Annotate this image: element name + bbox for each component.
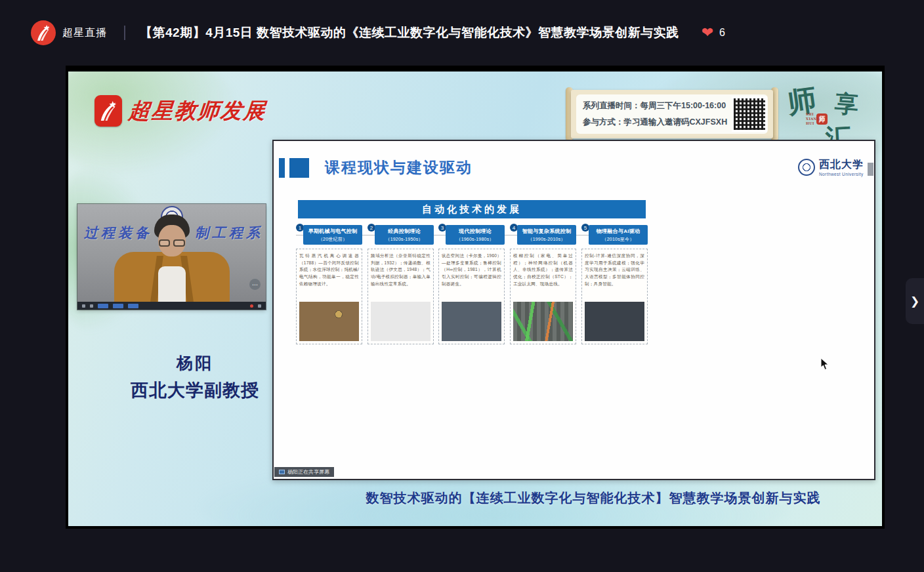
schedule-text: 系列直播时间：每周三下午15:00-16:00 参与方式：学习通输入邀请码CXJ… bbox=[583, 98, 727, 131]
schedule-line1: 系列直播时间：每周三下午15:00-16:00 bbox=[583, 98, 727, 114]
like-count: 6 bbox=[719, 27, 725, 39]
topbar: 超星直播 【第42期】4月15日 数智技术驱动的《连续工业数字化与智能化技术》智… bbox=[0, 0, 924, 66]
like-heart-icon[interactable]: ❤ bbox=[702, 26, 713, 40]
column-body: 状态空间法（卡尔曼，1960）—处理多变量系统；鲁棒控制（H∞控制，1981），… bbox=[438, 249, 505, 344]
teacher-development-logo: 超星教师发展 bbox=[94, 95, 266, 127]
column-text: 状态空间法（卡尔曼，1960）—处理多变量系统；鲁棒控制（H∞控制，1981），… bbox=[439, 249, 504, 287]
scroll-body: 系列直播时间：每周三下午15:00-16:00 参与方式：学习通输入邀请码CXJ… bbox=[571, 90, 773, 138]
column-header: 智能与复杂系统控制 （1990s-2010s） bbox=[517, 225, 576, 245]
section-banner: 自动化技术的发展 bbox=[298, 200, 646, 218]
screen-share-icon bbox=[279, 470, 285, 474]
slide-header: 课程现状与建设驱动 bbox=[279, 157, 472, 178]
scroll-inner: 系列直播时间：每周三下午15:00-16:00 参与方式：学习通输入邀请码CXJ… bbox=[576, 94, 768, 134]
column-text: 瓦特蒸汽机离心调速器（1788）—首个闭环反馈控制系统；水位浮球控制；纯机械/电… bbox=[297, 249, 362, 287]
column-title: 智能与复杂系统控制 bbox=[517, 228, 576, 235]
seal-romanization: SHI XIANG HUI bbox=[806, 112, 816, 126]
industrial-network-cabinet-photo bbox=[513, 302, 573, 341]
screen-sharing-badge: 杨阳正在共享屏幕 bbox=[274, 467, 334, 477]
wall-calligraphy-right: 制工程系 bbox=[195, 224, 263, 242]
header-bar-decor bbox=[279, 158, 285, 178]
column-period: （20世纪前） bbox=[303, 236, 362, 243]
presenter-tshirt bbox=[158, 266, 186, 302]
chaoxing-star-icon bbox=[94, 95, 122, 127]
qr-code bbox=[734, 98, 765, 130]
chevron-right-icon: ❯ bbox=[910, 295, 919, 308]
live-title: 【第42期】4月15日 数智技术驱动的《连续工业数字化与智能化技术》智慧教学场景… bbox=[140, 24, 679, 41]
steam-engine-governor-photo bbox=[299, 302, 359, 341]
comet-swoosh-icon bbox=[98, 100, 118, 122]
presenter-name: 杨阳 bbox=[87, 352, 303, 374]
brand-name: 超星直播 bbox=[62, 26, 107, 40]
mouse-cursor bbox=[820, 358, 830, 371]
timeline-column: 4 智能与复杂系统控制 （1990s-2010s） 模糊控制（家电、简单过程）；… bbox=[510, 224, 576, 344]
wall-calligraphy-left: 过程装备 bbox=[84, 224, 152, 242]
shared-screen-slide: 课程现状与建设驱动 西北大学 Northwest University 自动化技… bbox=[272, 140, 875, 480]
column-body: 瓦特蒸汽机离心调速器（1788）—首个闭环反馈控制系统；水位浮球控制；纯机械/电… bbox=[296, 249, 362, 344]
toolbar-dot-icon bbox=[82, 304, 85, 308]
column-body: 频域分析法（奈奎斯特稳定性判据，1932）；传递函数、根轨迹法（伊文思，1948… bbox=[368, 249, 434, 344]
screen-sharing-label: 杨阳正在共享屏幕 bbox=[287, 468, 329, 476]
teacher-development-wordmark: 超星教师发展 bbox=[127, 96, 268, 126]
divider bbox=[124, 26, 125, 40]
column-header: 经典控制理论 （1920s-1950s） bbox=[375, 225, 434, 245]
presenter-caption: 杨阳 西北大学副教授 bbox=[87, 352, 303, 402]
chaoxing-logo-icon[interactable] bbox=[31, 20, 56, 45]
presenter-webcam: 过程装备 制工程系 ⋯ bbox=[77, 204, 266, 310]
plc-controller-photo bbox=[442, 302, 501, 341]
timeline-column: 2 经典控制理论 （1920s-1950s） 频域分析法（奈奎斯特稳定性判据，1… bbox=[368, 224, 434, 344]
presenter-title: 西北大学副教授 bbox=[87, 378, 303, 402]
university-seal-icon bbox=[798, 159, 815, 176]
column-header: 现代控制理论 （1960s-1980s） bbox=[446, 225, 505, 245]
aircraft-control-diagram-photo bbox=[371, 302, 430, 341]
video-stage: 超星教师发展 系列直播时间：每周三下午15:00-16:00 参与方式：学习通输… bbox=[68, 72, 882, 526]
chat-panel-expand-button[interactable]: ❯ bbox=[906, 278, 924, 324]
video-player: 超星教师发展 系列直播时间：每周三下午15:00-16:00 参与方式：学习通输… bbox=[66, 66, 885, 529]
webcam-more-icon: ⋯ bbox=[249, 279, 261, 290]
timeline-column: 3 现代控制理论 （1960s-1980s） 状态空间法（卡尔曼，1960）—处… bbox=[438, 224, 505, 344]
column-period: （1990s-2010s） bbox=[517, 236, 576, 243]
column-period: （1920s-1950s） bbox=[375, 236, 434, 243]
presenter-glasses bbox=[159, 239, 185, 247]
webcam-toolbar bbox=[77, 302, 266, 310]
column-period: （2010s至今） bbox=[589, 236, 648, 243]
calligraphy-char: 享 bbox=[833, 88, 859, 121]
humanoid-robots-photo bbox=[585, 302, 644, 341]
slide-scrollbar-thumb bbox=[868, 163, 873, 176]
column-text: 控制-计算-通信深度协同，深度学习用于系统建模；强化学习实现自主决策；云端训练、… bbox=[582, 249, 647, 287]
toolbar-chip-icon bbox=[113, 304, 123, 308]
timeline-column: 5 物理融合与AI驱动 （2010s至今） 控制-计算-通信深度协同，深度学习用… bbox=[581, 224, 648, 344]
timeline-column: 1 早期机械与电气控制 （20世纪前） 瓦特蒸汽机离心调速器（1788）—首个闭… bbox=[296, 224, 362, 344]
session-title-banner: 数智技术驱动的【连续工业数字化与智能化技术】智慧教学场景创新与实践 bbox=[278, 489, 882, 507]
toolbar-chip-icon bbox=[128, 304, 138, 308]
university-logo: 西北大学 Northwest University bbox=[798, 158, 864, 176]
column-body: 控制-计算-通信深度协同，深度学习用于系统建模；强化学习实现自主决策；云端训练、… bbox=[581, 249, 648, 344]
university-name-zh: 西北大学 bbox=[819, 158, 864, 172]
column-text: 模糊控制（家电、简单过程）；神经网络控制（机器人、非线性系统）；遗传算法优化；自… bbox=[511, 249, 576, 287]
toolbar-chip-icon bbox=[98, 304, 108, 308]
column-title: 早期机械与电气控制 bbox=[303, 228, 362, 235]
schedule-line2: 参与方式：学习通输入邀请码CXJFSXH bbox=[583, 114, 727, 131]
toolbar-dot-icon bbox=[258, 304, 261, 308]
column-text: 频域分析法（奈奎斯特稳定性判据，1932）；传递函数、根轨迹法（伊文思，1948… bbox=[368, 249, 433, 287]
column-period: （1960s-1980s） bbox=[446, 236, 505, 243]
university-name-en: Northwest University bbox=[819, 172, 864, 176]
header-bar-decor bbox=[289, 158, 309, 178]
column-title: 现代控制理论 bbox=[446, 228, 505, 235]
slide-title: 课程现状与建设驱动 bbox=[325, 157, 472, 178]
column-title: 经典控制理论 bbox=[375, 228, 434, 235]
record-dot-icon bbox=[250, 304, 253, 308]
column-header: 早期机械与电气控制 （20世纪前） bbox=[303, 225, 362, 245]
toolbar-dot-icon bbox=[90, 304, 93, 308]
webcam-feed: 过程装备 制工程系 ⋯ bbox=[77, 204, 266, 302]
schedule-scroll-banner: 系列直播时间：每周三下午15:00-16:00 参与方式：学习通输入邀请码CXJ… bbox=[566, 86, 778, 144]
column-title: 物理融合与AI驱动 bbox=[589, 228, 648, 235]
comet-swoosh-icon bbox=[35, 24, 52, 42]
column-header: 物理融合与AI驱动 （2010s至今） bbox=[589, 225, 648, 245]
column-body: 模糊控制（家电、简单过程）；神经网络控制（机器人、非线性系统）；遗传算法优化；自… bbox=[510, 249, 576, 344]
